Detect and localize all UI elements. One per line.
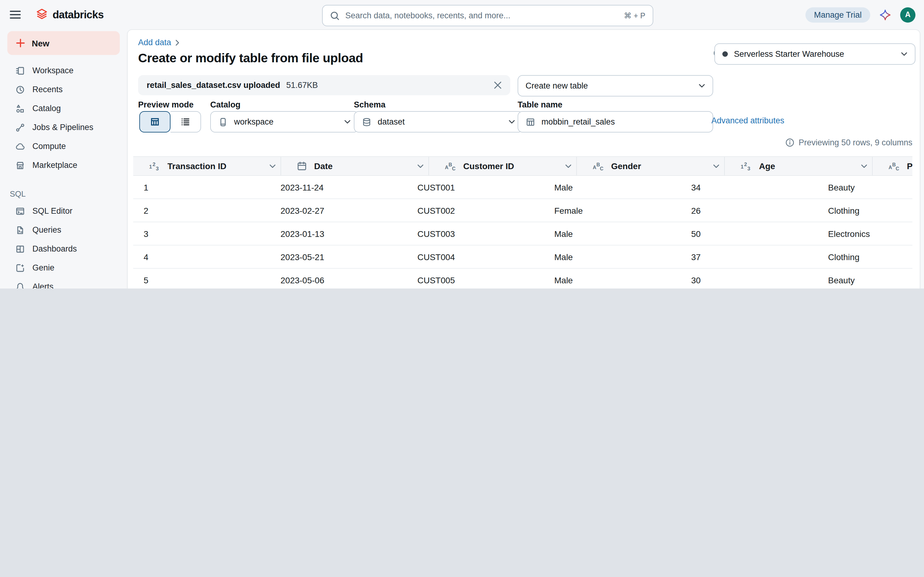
- svg-text:B: B: [596, 162, 600, 167]
- table-row[interactable]: 12023-11-24CUST001Male34Beauty3: [133, 176, 913, 199]
- table-cell: 34: [681, 176, 818, 198]
- table-cell: 2023-11-24: [270, 176, 407, 198]
- sidebar-section-header-sql: SQL: [0, 181, 127, 201]
- table-cell: Male: [544, 222, 681, 245]
- preview-mode-list-button[interactable]: [171, 111, 201, 132]
- number-type-icon: 123: [741, 161, 752, 171]
- manage-trial-button[interactable]: Manage Trial: [805, 7, 870, 22]
- sidebar-item-compute[interactable]: Compute: [5, 137, 122, 156]
- column-menu-chevron-icon[interactable]: [713, 164, 719, 168]
- breadcrumb-add-data[interactable]: Add data: [138, 38, 171, 47]
- warehouse-status-dot: [722, 51, 728, 57]
- main-content-card: Add data Serverless Starter Warehouse Cr…: [127, 29, 920, 288]
- schema-select[interactable]: dataset: [354, 111, 523, 132]
- clock-icon: [15, 85, 25, 94]
- column-menu-chevron-icon[interactable]: [270, 164, 276, 168]
- column-header-product-category[interactable]: ABC Product Category: [872, 157, 913, 175]
- topbar: databricks Search data, notebooks, recen…: [0, 0, 924, 29]
- workspace-icon: [15, 66, 25, 76]
- catalog-icon: [15, 103, 25, 113]
- table-cell: CUST003: [407, 222, 544, 245]
- svg-text:C: C: [600, 166, 604, 171]
- table-row[interactable]: 32023-01-13CUST003Male50Electronics1: [133, 222, 913, 245]
- uploaded-file-name: retail_sales_dataset.csv uploaded: [147, 81, 280, 90]
- svg-text:B: B: [449, 162, 452, 167]
- calendar-icon: [297, 161, 307, 171]
- databricks-logo[interactable]: databricks: [36, 8, 103, 21]
- preview-info: Previewing 50 rows, 9 columns: [785, 138, 913, 147]
- svg-text:A: A: [593, 164, 596, 170]
- genie-icon: [15, 263, 25, 272]
- sidebar-item-catalog[interactable]: Catalog: [5, 99, 122, 118]
- table-cell: 2023-01-13: [270, 222, 407, 245]
- preview-mode-table-button[interactable]: [139, 111, 171, 132]
- table-cell: 2: [133, 199, 270, 222]
- uploaded-file-bar: retail_sales_dataset.csv uploaded 51.67K…: [138, 75, 510, 95]
- breadcrumb-chevron-icon: [175, 39, 180, 45]
- preview-info-text: Previewing 50 rows, 9 columns: [799, 138, 913, 147]
- sidebar-item-marketplace[interactable]: Marketplace: [5, 156, 122, 175]
- sidebar-item-jobs-pipelines[interactable]: Jobs & Pipelines: [5, 118, 122, 137]
- table-name-input[interactable]: mobbin_retail_sales: [518, 111, 713, 132]
- sidebar-item-alerts[interactable]: Alerts: [5, 277, 122, 288]
- sidebar-item-queries[interactable]: Queries: [5, 221, 122, 239]
- svg-text:1: 1: [149, 164, 152, 169]
- table-name-label: Table name: [518, 100, 562, 109]
- cloud-icon: [15, 141, 25, 151]
- string-type-icon: ABC: [888, 161, 900, 171]
- column-menu-chevron-icon[interactable]: [417, 164, 423, 168]
- svg-text:A: A: [445, 164, 449, 170]
- table-row[interactable]: 42023-05-21CUST004Male37Clothing1: [133, 245, 913, 269]
- breadcrumb[interactable]: Add data: [138, 38, 180, 47]
- user-avatar[interactable]: A: [900, 7, 916, 22]
- topbar-actions: Manage Trial A: [805, 0, 916, 29]
- list-view-icon: [180, 117, 191, 127]
- warehouse-name: Serverless Starter Warehouse: [734, 50, 895, 59]
- svg-text:3: 3: [156, 166, 158, 171]
- search-shortcut: ⌘ + P: [624, 11, 645, 20]
- column-menu-chevron-icon[interactable]: [861, 164, 867, 168]
- global-search-input[interactable]: Search data, notebooks, recents, and mor…: [322, 5, 653, 26]
- column-header-transaction-id[interactable]: 123 Transaction ID: [133, 157, 281, 175]
- column-header-date[interactable]: Date: [281, 157, 428, 175]
- databricks-wordmark: databricks: [53, 8, 103, 21]
- column-menu-chevron-icon[interactable]: [565, 164, 571, 168]
- column-header-customer-id[interactable]: ABC Customer ID: [428, 157, 576, 175]
- warehouse-selector[interactable]: Serverless Starter Warehouse: [714, 44, 916, 65]
- sidebar-item-sql-editor[interactable]: SQL Editor: [5, 201, 122, 221]
- info-icon: [785, 138, 795, 147]
- table-row[interactable]: 52023-05-06CUST005Male30Beauty2: [133, 269, 913, 288]
- sidebar-item-recents[interactable]: Recents: [5, 80, 122, 99]
- chevron-down-icon: [344, 119, 351, 124]
- table-cell: Male: [544, 176, 681, 198]
- column-header-age[interactable]: 123 Age: [724, 157, 872, 175]
- table-cell: Beauty: [818, 269, 913, 288]
- sidebar-item-genie[interactable]: Genie: [5, 258, 122, 277]
- jobs-pipelines-icon: [15, 122, 25, 132]
- table-cell: Male: [544, 269, 681, 288]
- svg-text:B: B: [892, 162, 896, 167]
- column-header-gender[interactable]: ABC Gender: [576, 157, 724, 175]
- page-title: Create or modify table from file upload: [138, 51, 363, 65]
- sidebar-section-main: Workspace Recents Catalog Jobs & Pipelin…: [0, 61, 127, 175]
- sidebar-item-dashboards[interactable]: Dashboards: [5, 239, 122, 258]
- new-button[interactable]: New: [7, 31, 120, 55]
- databricks-app: databricks Search data, notebooks, recen…: [0, 0, 924, 288]
- table-cell: Clothing: [818, 199, 913, 222]
- advanced-attributes-link[interactable]: Advanced attributes: [711, 116, 784, 125]
- table-mode-select[interactable]: Create new table: [518, 75, 713, 97]
- chevron-down-icon: [698, 83, 705, 88]
- remove-file-icon[interactable]: [494, 81, 502, 89]
- table-cell: CUST004: [407, 245, 544, 268]
- svg-text:A: A: [888, 164, 892, 170]
- table-cell: Female: [544, 199, 681, 222]
- chevron-down-icon: [509, 119, 515, 124]
- catalog-label: Catalog: [210, 100, 241, 109]
- hamburger-menu-icon[interactable]: [10, 10, 21, 19]
- assistant-sparkle-icon[interactable]: [879, 9, 891, 21]
- catalog-select[interactable]: workspace: [210, 111, 359, 132]
- table-row[interactable]: 22023-02-27CUST002Female26Clothing2: [133, 199, 913, 222]
- sidebar-item-workspace[interactable]: Workspace: [5, 61, 122, 80]
- string-type-icon: ABC: [593, 161, 604, 171]
- grid-header-row: 123 Transaction ID Date ABC Customer ID …: [133, 156, 913, 176]
